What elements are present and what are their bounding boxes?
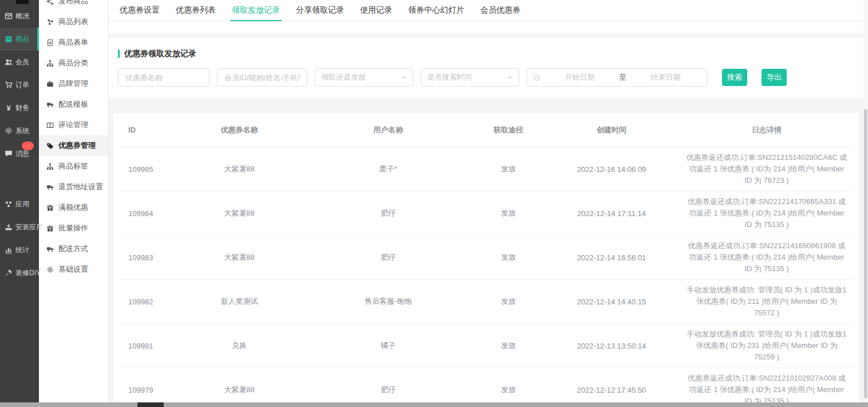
cell-coupon-name: 大紫薯88 — [176, 208, 302, 218]
overview-icon — [5, 12, 13, 20]
sidebar-item-install-app[interactable]: 安装应用 — [0, 216, 39, 238]
date-separator: 至 — [619, 72, 626, 83]
menu-item-label: 批量操作 — [58, 223, 88, 233]
cell-log: 手动发放优惠券成功: 管理员( ID 为 1 )成功发放1张优惠券( ID为 2… — [680, 328, 853, 363]
menu-item-goods-form[interactable]: 商品表单 — [39, 32, 108, 53]
table-row: 109985 大紫薯88 栗子* 发放 2022-12-16 14:06:09 … — [119, 147, 853, 191]
menu-item-goods-list[interactable]: 商品列表 — [39, 11, 108, 32]
menu-item-comment-manage[interactable]: 评论管理 — [39, 115, 108, 135]
column-header-id: ID — [119, 126, 176, 134]
cell-id: 109984 — [119, 209, 176, 218]
share-nodes-icon — [46, 0, 54, 5]
sidebar-item-label: 商品 — [15, 34, 29, 44]
filter-row: 领取还是发放 是否搜索时间 开始日期 至 结束日期 搜索 导出 — [118, 68, 854, 87]
cell-log: 优惠券返还成功,订单:SN221215140280CA6C 成功返还 1 张优惠… — [680, 152, 853, 186]
sidebar-item-label: 消息 — [15, 149, 29, 159]
sidebar-item-label: 概况 — [15, 11, 29, 21]
cell-user-name: 栗子* — [302, 164, 474, 174]
column-header-coupon-name: 优惠券名称 — [176, 125, 302, 135]
sidebar-item-label: 会员 — [15, 57, 29, 67]
sidebar-item-label: 订单 — [15, 80, 29, 90]
coupon-name-input[interactable] — [118, 68, 210, 87]
tab-coupon-settings[interactable]: 优惠券设置 — [118, 0, 161, 21]
vertical-scrollbar-thumb[interactable] — [864, 109, 867, 398]
cell-channel: 发放 — [474, 341, 543, 351]
menu-item-delivery-template[interactable]: 配送模板 — [39, 94, 108, 115]
menu-item-delivery-method[interactable]: 配送方式 — [39, 238, 108, 259]
menu-item-goods-tag[interactable]: 商品标签 — [39, 156, 108, 177]
column-header-created: 创建时间 — [543, 125, 680, 135]
menu-item-publish-goods[interactable]: 发布商品 — [39, 0, 108, 11]
cell-channel: 发放 — [474, 296, 543, 307]
sidebar-item-order[interactable]: 订单 — [0, 73, 39, 96]
menu-item-label: 商品分类 — [58, 58, 88, 68]
sidebar-item-member[interactable]: 会员 — [0, 50, 39, 73]
time-search-placeholder: 是否搜索时间 — [427, 72, 472, 83]
date-start-placeholder: 开始日期 — [544, 72, 616, 83]
cell-user-name: 售后客服-饱饱 — [302, 296, 474, 307]
chevron-down-icon — [507, 75, 513, 80]
horizontal-scrollbar-thumb[interactable] — [137, 402, 164, 407]
cell-user-name: 肥仔 — [302, 208, 474, 218]
sidebar-item-stats[interactable]: 统计 — [0, 238, 39, 261]
sidebar-item-label: 财务 — [15, 103, 29, 113]
tab-member-coupons[interactable]: 会员优惠券 — [479, 0, 522, 21]
sidebar-item-label: 装修DIY — [15, 268, 41, 278]
sidebar-item-overview[interactable]: 概况 — [0, 5, 39, 28]
table-row: 109983 大紫薯88 肥仔 发放 2022-12-14 16:56:01 优… — [119, 236, 853, 280]
chat-icon — [5, 150, 13, 158]
title-accent-bar — [118, 50, 120, 58]
sidebar-item-system[interactable]: 系统 — [0, 119, 39, 142]
tab-coupon-center-slides[interactable]: 领券中心幻灯片 — [407, 0, 466, 21]
briefcase-icon — [46, 80, 54, 88]
menu-item-brand-manage[interactable]: 品牌管理 — [39, 73, 108, 94]
table-row: 109982 新人奖测试 售后客服-饱饱 发放 2022-12-14 14:40… — [119, 280, 853, 324]
column-header-user-name: 用户名称 — [302, 125, 474, 135]
menu-item-basic-settings[interactable]: 基础设置 — [39, 259, 108, 280]
sidebar-item-goods[interactable]: 商品 — [0, 28, 39, 50]
cell-created: 2022-12-16 14:06:09 — [543, 165, 680, 174]
secondary-sidebar: 发布商品 商品列表 商品表单 商品分类 品牌管理 配送模板 评论管理 优惠券管 — [39, 0, 109, 402]
grant-type-select[interactable]: 领取还是发放 — [315, 68, 413, 87]
menu-item-batch-operate[interactable]: 批量操作 — [39, 218, 108, 238]
time-search-select[interactable]: 是否搜索时间 — [421, 68, 519, 87]
tag-icon — [46, 142, 54, 150]
menu-item-full-discount[interactable]: 满额优惠 — [39, 197, 108, 218]
menu-item-coupon-manage[interactable]: 优惠券管理 — [39, 135, 108, 156]
menu-item-label: 商品表单 — [58, 37, 88, 48]
bar-chart-icon — [5, 246, 13, 254]
cell-id: 109985 — [119, 165, 176, 174]
cell-id: 109983 — [119, 253, 176, 262]
cell-log: 优惠券返还成功,订单:SN221214170665A331 成功返还 1 张优惠… — [680, 196, 853, 230]
menu-item-label: 基础设置 — [58, 264, 88, 275]
tab-use-records[interactable]: 使用记录 — [358, 0, 394, 21]
cell-id: 109982 — [119, 298, 176, 306]
horizontal-scrollbar[interactable] — [0, 402, 868, 407]
sidebar-item-label: 应用 — [15, 199, 29, 209]
menu-item-label: 商品列表 — [58, 17, 88, 27]
menu-item-goods-category[interactable]: 商品分类 — [39, 53, 108, 73]
truck-icon — [46, 183, 54, 191]
truck-icon — [46, 245, 54, 253]
document-x-icon — [46, 39, 54, 46]
cell-coupon-name: 新人奖测试 — [176, 296, 302, 307]
tab-coupon-list[interactable]: 优惠券列表 — [174, 0, 218, 21]
date-range-picker[interactable]: 开始日期 至 结束日期 — [527, 68, 708, 87]
member-search-input[interactable] — [217, 68, 307, 87]
main-content: 优惠券设置 优惠券列表 领取发放记录 分享领取记录 使用记录 领券中心幻灯片 会… — [109, 0, 863, 402]
sidebar-item-diy[interactable]: 装修DIY — [0, 261, 39, 284]
date-end-placeholder: 结束日期 — [630, 72, 701, 83]
sidebar-item-apps[interactable]: 应用 — [0, 193, 39, 216]
export-button[interactable]: 导出 — [762, 69, 787, 86]
vertical-scrollbar[interactable] — [863, 0, 868, 402]
sidebar-item-finance[interactable]: ¥ 财务 — [0, 96, 39, 119]
menu-item-return-address[interactable]: 退货地址设置 — [39, 177, 108, 197]
sidebar-item-message[interactable]: 消息 ··· — [0, 142, 39, 165]
tab-grant-records[interactable]: 领取发放记录 — [230, 0, 282, 21]
tab-share-records[interactable]: 分享领取记录 — [294, 0, 346, 21]
logo — [16, 0, 29, 4]
menu-item-label: 品牌管理 — [58, 79, 88, 89]
search-button[interactable]: 搜索 — [722, 69, 747, 86]
member-icon — [5, 58, 13, 66]
clock-icon — [533, 74, 540, 81]
